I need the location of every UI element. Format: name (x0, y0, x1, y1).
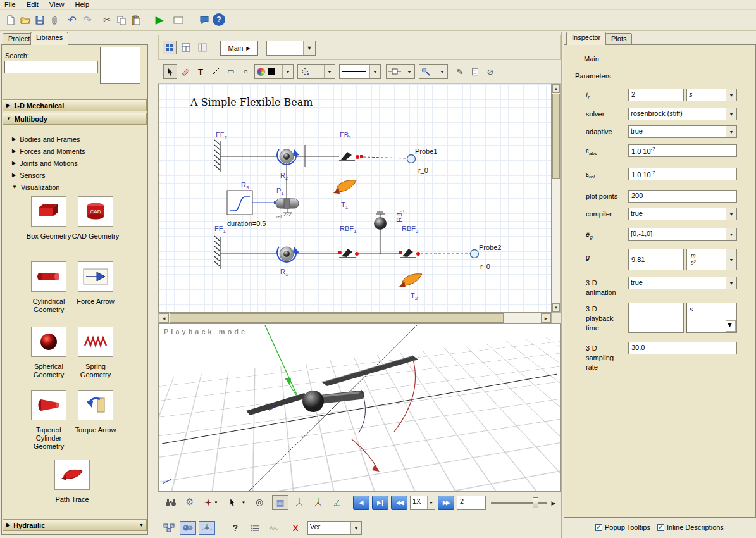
component-rb[interactable] (374, 212, 387, 254)
menu-view[interactable]: View (45, 0, 69, 9)
message-console-button[interactable] (247, 521, 262, 535)
palette-force-arrow[interactable]: Force Arrow (71, 261, 120, 306)
annotation-pen-button[interactable]: ✎ (453, 64, 467, 79)
breadcrumb[interactable]: Main ▶ (220, 41, 258, 56)
undo-button[interactable]: ↶ (65, 12, 79, 27)
chevron-down-icon[interactable]: ▼ (726, 320, 736, 332)
rectangle-tool-button[interactable]: ▭ (224, 64, 238, 79)
section-1d-mechanical[interactable]: ▶ 1-D Mechanical (3, 99, 147, 111)
center-view-button[interactable]: ◎ (252, 494, 267, 510)
color-select[interactable]: ▼ (254, 64, 294, 79)
document-properties-button[interactable] (468, 64, 482, 79)
component-p1[interactable] (276, 199, 299, 216)
camera-mode-button[interactable]: ▼ (201, 496, 220, 510)
menu-help[interactable]: Help (71, 0, 94, 9)
run-simulation-button[interactable]: ▶ (152, 11, 167, 28)
scrollbar-thumb[interactable] (170, 313, 504, 323)
chevron-down-icon[interactable]: ▼ (303, 41, 315, 55)
fast-forward-button[interactable]: ▶▶ (438, 496, 454, 510)
component-r3[interactable] (227, 191, 252, 215)
tree-joints-and-motions[interactable]: ▶Joints and Motions (1, 157, 147, 169)
message-button[interactable] (197, 13, 211, 27)
documentation-button[interactable]: ? (228, 521, 243, 535)
rewind-button[interactable]: ◀◀ (391, 496, 407, 510)
port-select[interactable]: ▼ (386, 64, 415, 79)
simulation-results-button[interactable] (266, 521, 281, 535)
palette-box-geometry[interactable]: Box Geometry (24, 196, 73, 241)
toggle-axes-button[interactable] (291, 495, 307, 510)
scroll-down-icon[interactable]: ▼ (139, 523, 144, 527)
compiler-select[interactable]: true ▼ (628, 208, 737, 220)
section-hydraulic[interactable]: ▶ Hydraulic ▼ (3, 519, 147, 531)
adaptive-select[interactable]: true ▼ (628, 125, 737, 138)
chevron-down-icon[interactable]: ▼ (282, 65, 293, 78)
probe2[interactable] (471, 250, 479, 258)
chevron-down-icon[interactable]: ▼ (369, 65, 380, 78)
step-end-button[interactable]: ▶| (372, 496, 388, 510)
component-ff1[interactable] (214, 236, 220, 269)
component-t2[interactable] (399, 274, 422, 287)
section-multibody[interactable]: ▼ Multibody (3, 113, 147, 125)
slider-more-button[interactable]: ▶ (549, 497, 558, 508)
model-view-button[interactable] (161, 521, 177, 535)
model-tree-button[interactable] (179, 41, 193, 54)
component-ff2[interactable] (214, 140, 220, 172)
solver-select[interactable]: rosenbrock (stiff) ▼ (628, 108, 737, 120)
chevron-down-icon[interactable]: ▼ (726, 89, 736, 101)
line-tool-button[interactable] (209, 64, 223, 79)
chevron-down-icon[interactable]: ▼ (726, 277, 736, 289)
palette-path-trace[interactable]: Path Trace (47, 460, 97, 504)
canvas-vertical-scrollbar[interactable]: ▲ ▼ (552, 84, 561, 313)
chevron-down-icon[interactable]: ▼ (324, 65, 335, 78)
inline-descriptions-option[interactable]: ✓ Inline Descriptions (657, 523, 724, 531)
tab-plots[interactable]: Plots (605, 33, 632, 45)
component-r2[interactable] (277, 149, 299, 165)
scroll-right-icon[interactable]: ▶ (541, 313, 551, 323)
playback-3d-view[interactable]: Playback mode (158, 323, 561, 492)
disable-component-button[interactable]: ⊘ (483, 64, 497, 79)
select-tool-button[interactable] (163, 64, 177, 79)
scroll-down-icon[interactable]: ▼ (552, 303, 560, 312)
chevron-down-icon[interactable]: ▼ (427, 496, 435, 509)
checkbox-checked-icon[interactable]: ✓ (595, 524, 602, 531)
chevron-down-icon[interactable]: ▼ (350, 522, 361, 534)
tree-sensors[interactable]: ▶Sensors (1, 169, 147, 181)
line-style-select[interactable]: ▼ (339, 64, 381, 79)
g-value-field[interactable]: 9.81 (628, 249, 684, 270)
animation-select[interactable]: true ▼ (628, 277, 737, 289)
eps-abs-field[interactable]: 1.0 10-7 (628, 144, 737, 157)
save-button[interactable] (33, 13, 47, 27)
model-canvas[interactable]: A Simple Flexible Beam (158, 84, 552, 313)
menu-edit[interactable]: Edit (22, 0, 43, 9)
zoom-fit-button[interactable] (163, 496, 178, 510)
chevron-down-icon[interactable]: ▼ (437, 65, 447, 78)
settings-button[interactable]: ⚙ (182, 494, 197, 510)
palette-cylindrical-geometry[interactable]: Cylindrical Geometry (24, 261, 73, 314)
close-console-button[interactable]: X (288, 521, 303, 535)
checkbox-checked-icon[interactable]: ✓ (657, 524, 664, 531)
sampling-rate-field[interactable]: 30.0 (628, 342, 737, 354)
chevron-down-icon[interactable]: ▼ (726, 108, 736, 120)
palette-spherical-geometry[interactable]: Spherical Geometry (24, 327, 73, 379)
attach-button[interactable] (47, 13, 61, 27)
redo-button[interactable]: ↷ (80, 12, 94, 27)
step-back-button[interactable]: ◀ (353, 496, 369, 510)
menu-file[interactable]: File (0, 0, 20, 9)
probe1[interactable] (407, 155, 416, 163)
tab-libraries[interactable]: Libraries (30, 32, 68, 45)
subsystem-select[interactable]: ▼ (266, 41, 316, 56)
chevron-down-icon[interactable]: ▼ (404, 65, 414, 78)
eraser-tool-button[interactable] (178, 64, 192, 79)
chevron-down-icon[interactable]: ▼ (726, 228, 736, 240)
chevron-down-icon[interactable]: ▼ (726, 126, 736, 137)
component-rbf1[interactable] (338, 249, 359, 258)
g-unit-select[interactable]: ms² ▼ (686, 249, 737, 270)
tf-value-field[interactable]: 2 (628, 89, 684, 101)
chevron-down-icon[interactable]: ▼ (240, 496, 247, 510)
palette-cad-geometry[interactable]: CAD CAD Geometry (71, 196, 120, 241)
tree-visualization[interactable]: ▼Visualization (1, 181, 147, 193)
select-3d-button[interactable] (225, 496, 239, 510)
chevron-down-icon[interactable]: ▼ (726, 208, 736, 220)
toggle-grid-button[interactable]: ▦ (272, 495, 288, 510)
new-button[interactable] (4, 13, 18, 27)
